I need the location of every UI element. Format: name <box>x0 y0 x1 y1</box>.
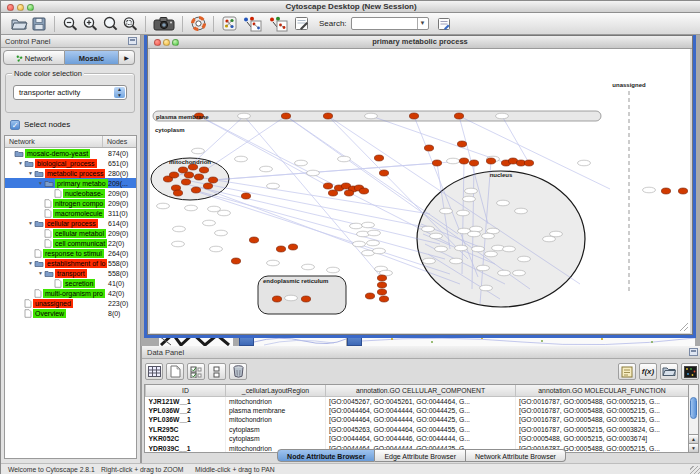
float-panel-icon[interactable] <box>689 348 698 356</box>
network-node-selected[interactable] <box>328 190 337 196</box>
network-view-icon[interactable] <box>219 14 239 33</box>
network-node[interactable] <box>470 226 483 232</box>
table-row[interactable]: YJR121W__1mitochondrion[GO:0045267, GO:0… <box>146 396 689 406</box>
network-node-selected[interactable] <box>374 155 383 161</box>
network-node-selected[interactable] <box>344 190 353 196</box>
network-node[interactable] <box>472 246 485 252</box>
network-node[interactable] <box>513 270 526 276</box>
network-node[interactable] <box>173 226 186 232</box>
tree-row[interactable]: secretion41(0) <box>5 278 136 288</box>
network-node-selected[interactable] <box>191 187 200 193</box>
tree-column-network[interactable]: Network <box>5 136 103 147</box>
network-canvas[interactable]: plasma membranecytoplasmmitochondrionnuc… <box>150 49 690 333</box>
network-node-selected[interactable] <box>454 113 463 119</box>
network-node[interactable] <box>302 264 315 270</box>
network-name-chip[interactable]: metabolic process <box>45 169 105 178</box>
canvas-resize-grip[interactable] <box>680 323 688 331</box>
attribute-browser-tab-2[interactable]: Edge Attribute Browser <box>375 449 466 462</box>
network-node[interactable] <box>497 200 510 206</box>
scroll-up-icon[interactable]: ▲ <box>689 434 698 443</box>
network-name-chip[interactable]: multi-organism pro <box>43 289 105 298</box>
network-node[interactable] <box>482 233 495 239</box>
tab-network[interactable]: Network <box>3 50 65 65</box>
network-node[interactable] <box>457 210 470 216</box>
network-node[interactable] <box>465 188 478 194</box>
network-node[interactable] <box>480 285 493 291</box>
search-input[interactable]: ▼ <box>351 17 429 30</box>
network-name-chip[interactable]: biological_process <box>35 159 97 168</box>
network-node-selected[interactable] <box>459 158 468 164</box>
network-node[interactable] <box>350 223 363 229</box>
zoom-fit-icon[interactable] <box>100 14 120 33</box>
network-name-chip[interactable]: establishment of lo <box>45 259 107 268</box>
tree-row[interactable]: ▼primary metabo209(... <box>5 178 136 188</box>
network-node-selected[interactable] <box>432 160 441 166</box>
network-name-chip[interactable]: nitrogen compo <box>53 199 105 208</box>
tree-row[interactable]: ▼metabolic process280(0) <box>5 168 136 178</box>
table-column-header[interactable]: ID <box>146 385 226 396</box>
network-node[interactable] <box>477 265 490 271</box>
network-node[interactable] <box>423 258 436 264</box>
network-node[interactable] <box>365 113 378 119</box>
network-node[interactable] <box>210 246 223 252</box>
network-node-selected[interactable] <box>469 160 478 166</box>
network-node-selected[interactable] <box>281 113 290 119</box>
network-node-selected[interactable] <box>249 237 258 243</box>
network-node[interactable] <box>463 196 476 202</box>
tree-row[interactable]: macromolecule311(0) <box>5 208 136 218</box>
network-node-selected[interactable] <box>359 188 368 194</box>
attribute-browser-tab-3[interactable]: Network Attribute Browser <box>466 449 566 462</box>
attribute-table-icon[interactable] <box>145 363 163 380</box>
tree-row[interactable]: ▼biological_process651(0) <box>5 158 136 168</box>
network-node[interactable] <box>430 233 443 239</box>
table-column-header[interactable]: _cellularLayoutRegion <box>226 385 326 396</box>
unselect-attributes-icon[interactable] <box>208 363 226 380</box>
network-node-selected[interactable] <box>276 246 285 252</box>
network-name-chip[interactable]: mosaic-demo-yeast <box>25 149 90 158</box>
tab-mosaic[interactable]: Mosaic <box>65 50 119 65</box>
network-node[interactable] <box>218 210 231 216</box>
zoom-out-icon[interactable] <box>60 14 80 33</box>
tree-column-nodes[interactable]: Nodes <box>103 136 136 147</box>
network-node[interactable] <box>295 160 308 166</box>
network-node[interactable] <box>515 208 528 214</box>
network-name-chip[interactable]: macromolecule <box>53 209 104 218</box>
tree-row[interactable]: ▼cellular process614(0) <box>5 218 136 228</box>
table-row[interactable]: YKR052Ccytoplasm[GO:0044464, GO:0044446,… <box>146 434 689 444</box>
network-node[interactable] <box>238 113 251 119</box>
table-scrollbar[interactable]: ▲ ▼ <box>688 384 699 453</box>
help-lifering-icon[interactable] <box>188 14 208 33</box>
network-node-selected[interactable] <box>208 177 217 183</box>
network-node-selected[interactable] <box>524 160 533 166</box>
network-node[interactable] <box>435 246 448 252</box>
snapshot-camera-icon[interactable] <box>151 14 177 33</box>
network-window-titlebar[interactable]: primary metabolic process <box>148 36 692 49</box>
network-node[interactable] <box>260 166 273 172</box>
annotation-icon[interactable] <box>291 14 311 33</box>
select-nodes-checkbox[interactable]: ✓ <box>10 120 20 130</box>
network-node[interactable] <box>172 241 185 247</box>
network-node[interactable] <box>285 295 298 301</box>
save-session-icon[interactable] <box>29 14 49 33</box>
network-node[interactable] <box>498 270 511 276</box>
network-node[interactable] <box>450 258 463 264</box>
tab-overflow-arrow-icon[interactable]: ▶ <box>119 50 135 65</box>
network-node-selected[interactable] <box>272 296 281 302</box>
attribute-matrix-icon[interactable] <box>681 363 699 380</box>
network-node-selected[interactable] <box>377 275 386 281</box>
network-node-selected[interactable] <box>323 183 332 189</box>
network-name-chip[interactable]: unassigned <box>33 299 73 308</box>
tree-row[interactable]: unassigned223(0) <box>5 298 136 308</box>
network-node[interactable] <box>338 156 351 162</box>
network-node-selected[interactable] <box>173 190 182 196</box>
layout-b-icon[interactable] <box>265 14 291 33</box>
network-node[interactable] <box>362 222 375 228</box>
network-node[interactable] <box>643 187 656 193</box>
attribute-table[interactable]: ID_cellularLayoutRegionannotation.GO CEL… <box>144 384 690 453</box>
table-column-header[interactable]: annotation.GO CELLULAR_COMPONENT <box>326 385 516 396</box>
network-node[interactable] <box>353 241 366 247</box>
network-name-chip[interactable]: response to stimul <box>43 249 104 258</box>
network-node-selected[interactable] <box>241 193 250 199</box>
network-node[interactable] <box>550 231 563 237</box>
network-node-selected[interactable] <box>409 113 418 119</box>
